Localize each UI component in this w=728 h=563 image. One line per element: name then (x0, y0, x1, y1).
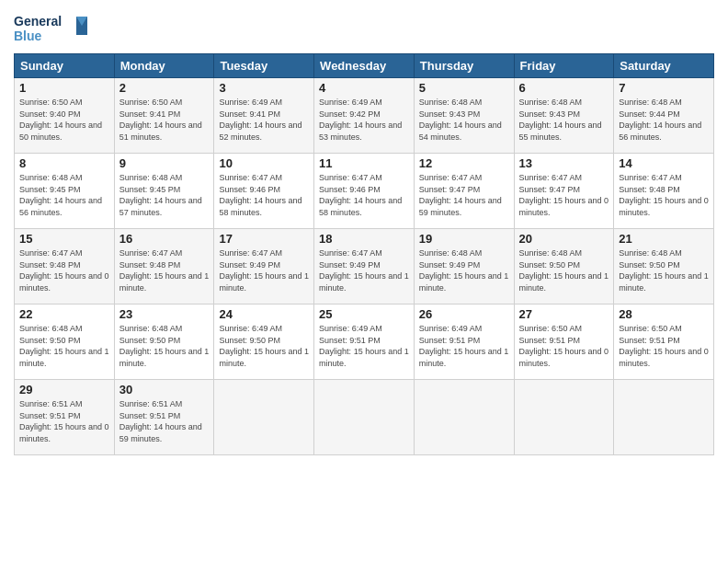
calendar-header-saturday: Saturday (614, 54, 714, 78)
calendar-day-cell: 25Sunrise: 6:49 AMSunset: 9:51 PMDayligh… (314, 304, 415, 380)
calendar-day-cell: 9Sunrise: 6:48 AMSunset: 9:45 PMDaylight… (114, 154, 214, 229)
calendar-day-cell: 15Sunrise: 6:47 AMSunset: 9:48 PMDayligh… (15, 229, 115, 304)
day-number: 23 (119, 307, 210, 321)
calendar-day-cell: 2Sunrise: 6:50 AMSunset: 9:41 PMDaylight… (114, 78, 214, 154)
day-number: 26 (419, 307, 509, 321)
day-number: 28 (619, 307, 709, 321)
calendar-day-cell: 30Sunrise: 6:51 AMSunset: 9:51 PMDayligh… (114, 380, 214, 455)
calendar-day-cell: 22Sunrise: 6:48 AMSunset: 9:50 PMDayligh… (15, 304, 115, 380)
calendar-day-cell: 13Sunrise: 6:47 AMSunset: 9:47 PMDayligh… (514, 154, 614, 229)
day-number: 2 (119, 81, 210, 95)
day-info: Sunrise: 6:49 AMSunset: 9:41 PMDaylight:… (219, 98, 301, 142)
day-info: Sunrise: 6:50 AMSunset: 9:51 PMDaylight:… (519, 324, 609, 368)
day-info: Sunrise: 6:51 AMSunset: 9:51 PMDaylight:… (19, 399, 109, 443)
day-info: Sunrise: 6:48 AMSunset: 9:50 PMDaylight:… (19, 324, 109, 368)
day-info: Sunrise: 6:49 AMSunset: 9:42 PMDaylight:… (319, 98, 402, 142)
day-number: 16 (119, 232, 210, 246)
day-info: Sunrise: 6:49 AMSunset: 9:51 PMDaylight:… (419, 324, 509, 368)
day-number: 27 (519, 307, 609, 321)
calendar-header-monday: Monday (114, 54, 214, 78)
day-info: Sunrise: 6:48 AMSunset: 9:43 PMDaylight:… (419, 98, 502, 142)
day-info: Sunrise: 6:48 AMSunset: 9:50 PMDaylight:… (119, 324, 210, 368)
calendar-header-tuesday: Tuesday (214, 54, 314, 78)
calendar-day-cell: 4Sunrise: 6:49 AMSunset: 9:42 PMDaylight… (314, 78, 415, 154)
day-number: 6 (519, 81, 609, 95)
calendar-day-cell: 11Sunrise: 6:47 AMSunset: 9:46 PMDayligh… (314, 154, 415, 229)
calendar-empty-cell (414, 380, 514, 455)
day-number: 13 (519, 156, 609, 170)
day-number: 22 (19, 307, 109, 321)
logo: General Blue (14, 9, 87, 46)
svg-text:Blue: Blue (14, 29, 42, 43)
calendar-day-cell: 23Sunrise: 6:48 AMSunset: 9:50 PMDayligh… (114, 304, 214, 380)
day-info: Sunrise: 6:49 AMSunset: 9:50 PMDaylight:… (219, 324, 309, 368)
calendar-day-cell: 7Sunrise: 6:48 AMSunset: 9:44 PMDaylight… (614, 78, 714, 154)
calendar-day-cell: 18Sunrise: 6:47 AMSunset: 9:49 PMDayligh… (314, 229, 415, 304)
calendar-header-friday: Friday (514, 54, 614, 78)
day-info: Sunrise: 6:48 AMSunset: 9:50 PMDaylight:… (519, 248, 609, 293)
calendar-week-row: 1Sunrise: 6:50 AMSunset: 9:40 PMDaylight… (15, 78, 714, 154)
day-info: Sunrise: 6:47 AMSunset: 9:48 PMDaylight:… (19, 248, 109, 293)
calendar-day-cell: 21Sunrise: 6:48 AMSunset: 9:50 PMDayligh… (614, 229, 714, 304)
day-number: 3 (219, 81, 309, 95)
calendar-day-cell: 6Sunrise: 6:48 AMSunset: 9:43 PMDaylight… (514, 78, 614, 154)
calendar-empty-cell (614, 380, 714, 455)
calendar-day-cell: 1Sunrise: 6:50 AMSunset: 9:40 PMDaylight… (15, 78, 115, 154)
day-info: Sunrise: 6:50 AMSunset: 9:51 PMDaylight:… (619, 324, 709, 368)
day-info: Sunrise: 6:50 AMSunset: 9:41 PMDaylight:… (119, 98, 202, 142)
day-info: Sunrise: 6:51 AMSunset: 9:51 PMDaylight:… (119, 399, 202, 443)
day-number: 9 (119, 156, 210, 170)
day-number: 17 (219, 232, 309, 246)
day-info: Sunrise: 6:48 AMSunset: 9:45 PMDaylight:… (19, 173, 102, 217)
calendar-empty-cell (214, 380, 314, 455)
day-number: 25 (319, 307, 409, 321)
day-number: 7 (619, 81, 709, 95)
calendar-day-cell: 5Sunrise: 6:48 AMSunset: 9:43 PMDaylight… (414, 78, 514, 154)
day-number: 4 (319, 81, 409, 95)
day-number: 12 (419, 156, 509, 170)
calendar-day-cell: 8Sunrise: 6:48 AMSunset: 9:45 PMDaylight… (15, 154, 115, 229)
day-info: Sunrise: 6:47 AMSunset: 9:48 PMDaylight:… (119, 248, 210, 293)
day-info: Sunrise: 6:47 AMSunset: 9:47 PMDaylight:… (419, 173, 502, 217)
day-info: Sunrise: 6:48 AMSunset: 9:49 PMDaylight:… (419, 248, 509, 293)
calendar-day-cell: 27Sunrise: 6:50 AMSunset: 9:51 PMDayligh… (514, 304, 614, 380)
calendar-header-row: SundayMondayTuesdayWednesdayThursdayFrid… (15, 54, 714, 78)
calendar-table: SundayMondayTuesdayWednesdayThursdayFrid… (14, 53, 714, 455)
calendar-day-cell: 10Sunrise: 6:47 AMSunset: 9:46 PMDayligh… (214, 154, 314, 229)
calendar-day-cell: 17Sunrise: 6:47 AMSunset: 9:49 PMDayligh… (214, 229, 314, 304)
calendar-week-row: 22Sunrise: 6:48 AMSunset: 9:50 PMDayligh… (15, 304, 714, 380)
day-number: 1 (19, 81, 109, 95)
day-info: Sunrise: 6:48 AMSunset: 9:50 PMDaylight:… (619, 248, 709, 293)
day-info: Sunrise: 6:47 AMSunset: 9:46 PMDaylight:… (319, 173, 402, 217)
day-number: 30 (119, 383, 210, 396)
page: General Blue SundayMondayTuesdayWednesda… (0, 0, 728, 563)
day-number: 19 (419, 232, 509, 246)
day-info: Sunrise: 6:47 AMSunset: 9:48 PMDaylight:… (619, 173, 709, 217)
day-info: Sunrise: 6:48 AMSunset: 9:44 PMDaylight:… (619, 98, 701, 142)
logo-icon: General Blue (14, 9, 87, 46)
day-info: Sunrise: 6:50 AMSunset: 9:40 PMDaylight:… (19, 98, 102, 142)
calendar-week-row: 29Sunrise: 6:51 AMSunset: 9:51 PMDayligh… (15, 380, 714, 455)
calendar-day-cell: 19Sunrise: 6:48 AMSunset: 9:49 PMDayligh… (414, 229, 514, 304)
day-info: Sunrise: 6:48 AMSunset: 9:45 PMDaylight:… (119, 173, 202, 217)
day-number: 8 (19, 156, 109, 170)
day-number: 5 (419, 81, 509, 95)
calendar-day-cell: 24Sunrise: 6:49 AMSunset: 9:50 PMDayligh… (214, 304, 314, 380)
calendar-header-thursday: Thursday (414, 54, 514, 78)
calendar-header-sunday: Sunday (15, 54, 115, 78)
day-number: 18 (319, 232, 409, 246)
day-number: 21 (619, 232, 709, 246)
day-info: Sunrise: 6:47 AMSunset: 9:46 PMDaylight:… (219, 173, 301, 217)
day-info: Sunrise: 6:48 AMSunset: 9:43 PMDaylight:… (519, 98, 602, 142)
calendar-day-cell: 3Sunrise: 6:49 AMSunset: 9:41 PMDaylight… (214, 78, 314, 154)
day-number: 15 (19, 232, 109, 246)
calendar-day-cell: 28Sunrise: 6:50 AMSunset: 9:51 PMDayligh… (614, 304, 714, 380)
calendar-week-row: 15Sunrise: 6:47 AMSunset: 9:48 PMDayligh… (15, 229, 714, 304)
calendar-day-cell: 16Sunrise: 6:47 AMSunset: 9:48 PMDayligh… (114, 229, 214, 304)
day-number: 20 (519, 232, 609, 246)
day-info: Sunrise: 6:47 AMSunset: 9:49 PMDaylight:… (219, 248, 309, 293)
day-number: 14 (619, 156, 709, 170)
calendar-empty-cell (314, 380, 415, 455)
day-info: Sunrise: 6:47 AMSunset: 9:47 PMDaylight:… (519, 173, 609, 217)
calendar-header-wednesday: Wednesday (314, 54, 415, 78)
